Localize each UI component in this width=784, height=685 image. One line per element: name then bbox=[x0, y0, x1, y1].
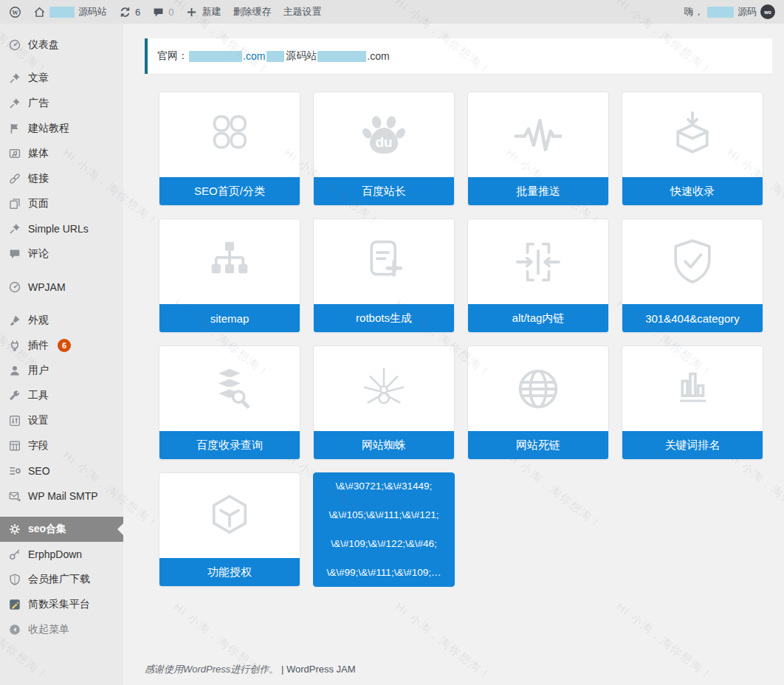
wrench-icon bbox=[8, 389, 21, 402]
doc-plus-icon bbox=[314, 219, 454, 304]
card-feature-license[interactable]: 功能授权 bbox=[159, 472, 300, 587]
clear-cache-menu[interactable]: 删除缓存 bbox=[233, 5, 271, 18]
new-label: 新建 bbox=[202, 5, 221, 18]
comments-menu[interactable]: 0 bbox=[152, 6, 173, 18]
site-name: 源码站 bbox=[78, 5, 107, 18]
sidebar-item-pages[interactable]: 页面 bbox=[0, 191, 123, 216]
official-site-link[interactable]: .com bbox=[243, 50, 265, 62]
sidebar-item-label: 媒体 bbox=[28, 147, 49, 160]
sidebar-item-users[interactable]: 用户 bbox=[0, 358, 123, 383]
card-keyword-ranking[interactable]: 关键词排名 bbox=[622, 345, 763, 460]
censor-block bbox=[189, 51, 242, 62]
sidebar-item-tools[interactable]: 工具 bbox=[0, 383, 123, 408]
sidebar-item-seo-collection[interactable]: seo合集 bbox=[0, 517, 123, 542]
sidebar-item-appearance[interactable]: 外观 bbox=[0, 308, 123, 333]
admin-sidebar: 仪表盘文章广告建站教程媒体链接页面Simple URLs评论WPJAM外观插件6… bbox=[0, 24, 123, 685]
sidebar-item-label: 插件 bbox=[28, 339, 49, 352]
compress-icon bbox=[468, 219, 608, 304]
sidebar-item-site-tutorials[interactable]: 建站教程 bbox=[0, 116, 123, 141]
card-label: 301&404&category bbox=[622, 304, 763, 332]
sidebar-item-posts[interactable]: 文章 bbox=[0, 66, 123, 91]
card-label: rotbots生成 bbox=[314, 304, 454, 332]
sidebar-item-comments[interactable]: 评论 bbox=[0, 241, 123, 266]
sidebar-item-label: 简数采集平台 bbox=[28, 598, 90, 611]
card-label: 关键词排名 bbox=[622, 431, 763, 459]
pages-icon bbox=[8, 197, 21, 210]
card-encoded-license[interactable]: \&\#30721;\&\#31449;\&\#105;\&\#111;\&\#… bbox=[313, 472, 455, 587]
censor-block bbox=[49, 7, 75, 18]
card-site-deadlink[interactable]: 网站死链 bbox=[467, 345, 609, 460]
globe-icon bbox=[468, 346, 608, 431]
sidebar-item-label: 会员推广下载 bbox=[28, 573, 90, 586]
sidebar-item-label: 评论 bbox=[28, 247, 49, 261]
new-content-menu[interactable]: 新建 bbox=[185, 5, 221, 18]
theme-settings-menu[interactable]: 主题设置 bbox=[283, 5, 321, 18]
sidebar-item-label: WP Mail SMTP bbox=[28, 490, 98, 502]
sidebar-item-label: 链接 bbox=[28, 172, 49, 185]
site-name-menu[interactable]: 源码站 bbox=[33, 5, 107, 18]
sidebar-item-plugins[interactable]: 插件6 bbox=[0, 333, 123, 358]
sidebar-item-label: ErphpDown bbox=[28, 548, 82, 560]
card-label: 功能授权 bbox=[159, 558, 300, 586]
card-alt-tag-innerlink[interactable]: alt/tag内链 bbox=[467, 218, 609, 333]
comments-icon bbox=[152, 6, 165, 18]
plugin-update-badge: 6 bbox=[58, 339, 71, 352]
encoded-text-line: \&\#30721;\&\#31449; bbox=[317, 481, 451, 492]
official-site-notice: 官网： .com 源码站 .com bbox=[145, 38, 772, 74]
sidebar-item-fields[interactable]: 字段 bbox=[0, 433, 123, 458]
card-robots-generate[interactable]: rotbots生成 bbox=[313, 218, 455, 333]
card-baidu-include-query[interactable]: 百度收录查询 bbox=[159, 345, 300, 460]
sidebar-item-erphpdown[interactable]: ErphpDown bbox=[0, 542, 123, 567]
card-fast-include[interactable]: 快速收录 bbox=[622, 92, 763, 206]
card-sitemap[interactable]: sitemap bbox=[159, 218, 300, 333]
wordpress-logo-menu[interactable] bbox=[9, 6, 21, 18]
sidebar-item-media[interactable]: 媒体 bbox=[0, 141, 123, 166]
gauge-icon bbox=[8, 280, 21, 294]
menu-separator bbox=[0, 266, 123, 275]
footer-jam-link[interactable]: WordPress JAM bbox=[286, 664, 356, 675]
card-301-404-category[interactable]: 301&404&category bbox=[622, 218, 763, 333]
sidebar-item-ads[interactable]: 广告 bbox=[0, 91, 123, 116]
my-account-menu[interactable]: 嗨， 源码 wo bbox=[684, 4, 775, 19]
shield-icon bbox=[8, 573, 21, 586]
shield-check-icon bbox=[622, 219, 763, 304]
updates-menu[interactable]: 6 bbox=[119, 6, 140, 18]
sidebar-item-label: 工具 bbox=[28, 389, 49, 402]
card-seo-home-category[interactable]: SEO首页/分类 bbox=[159, 92, 300, 206]
greeting-prefix: 嗨， bbox=[684, 5, 704, 18]
encoded-text-line: \&\#99;\&\#111;\&\#109;… bbox=[317, 567, 451, 579]
updates-icon bbox=[119, 6, 131, 18]
menu-separator bbox=[0, 300, 123, 308]
sidebar-item-label: 广告 bbox=[28, 97, 49, 110]
card-batch-push[interactable]: 批量推送 bbox=[467, 92, 609, 206]
notice-prefix: 官网： bbox=[157, 49, 188, 63]
sidebar-item-label: 用户 bbox=[28, 364, 49, 377]
pin-icon bbox=[8, 72, 21, 85]
tool-card-grid: SEO首页/分类百度站长批量推送快速收录sitemaprotbots生成alt/… bbox=[159, 92, 764, 587]
footer-thanks-text: 感谢使用WordPress进行创作。 bbox=[145, 664, 278, 675]
sitemap-icon bbox=[159, 219, 300, 304]
sidebar-item-wpjam[interactable]: WPJAM bbox=[0, 275, 123, 300]
card-site-spider[interactable]: 网站蜘蛛 bbox=[313, 345, 455, 460]
plus-icon bbox=[185, 6, 198, 18]
flag-icon bbox=[8, 122, 21, 135]
sidebar-item-simple-urls[interactable]: Simple URLs bbox=[0, 216, 123, 241]
sidebar-item-links[interactable]: 链接 bbox=[0, 166, 123, 191]
sidebar-item-wp-mail-smtp[interactable]: WP Mail SMTP bbox=[0, 483, 123, 509]
sidebar-item-seo[interactable]: SEO bbox=[0, 458, 123, 483]
card-label: 批量推送 bbox=[468, 177, 608, 205]
collapse-icon bbox=[8, 623, 21, 636]
sidebar-item-member-promo-download[interactable]: 会员推广下载 bbox=[0, 567, 123, 592]
sidebar-item-label: 仪表盘 bbox=[28, 38, 59, 52]
sidebar-item-label: SEO bbox=[28, 465, 50, 477]
gear-icon bbox=[8, 523, 21, 536]
sidebar-item-collapse-menu[interactable]: 收起菜单 bbox=[0, 617, 123, 642]
sidebar-item-settings[interactable]: 设置 bbox=[0, 408, 123, 433]
update-count: 6 bbox=[135, 7, 140, 18]
sidebar-item-dashboard[interactable]: 仪表盘 bbox=[0, 32, 123, 58]
encoded-text-line: \&\#109;\&\#122;\&\#46; bbox=[317, 538, 451, 550]
sidebar-item-label: 建站教程 bbox=[28, 122, 69, 135]
sidebar-item-jianshu-collector[interactable]: 简数采集平台 bbox=[0, 592, 123, 617]
home-icon bbox=[33, 6, 46, 18]
card-baidu-webmaster[interactable]: 百度站长 bbox=[313, 92, 455, 206]
